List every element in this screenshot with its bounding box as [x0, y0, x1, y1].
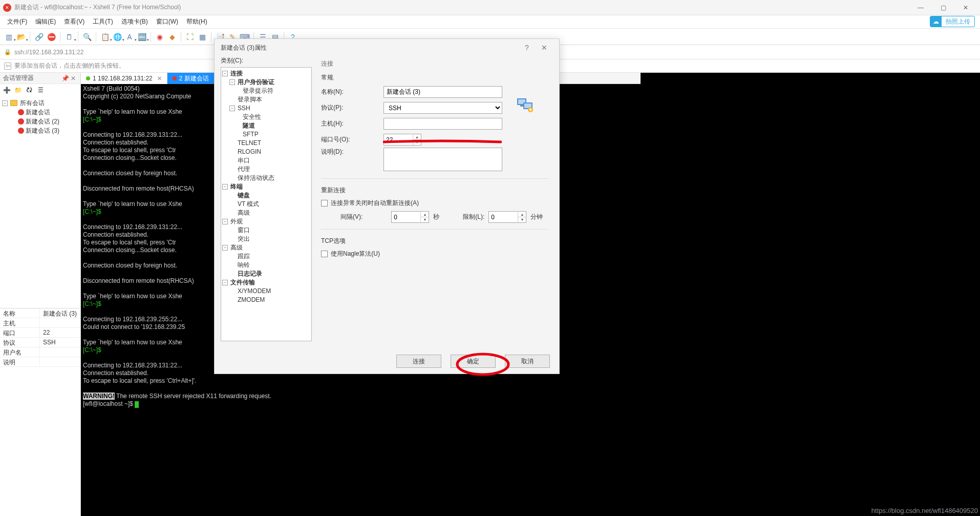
session-new-icon[interactable]: ➕ [2, 86, 11, 95]
tab-2[interactable]: 2 新建会话 [167, 73, 215, 84]
cat-appearance[interactable]: 外观 [229, 217, 243, 226]
dialog-help-icon[interactable]: ? [518, 44, 536, 52]
maximize-button[interactable]: ▢ [932, 1, 954, 15]
cat-terminal[interactable]: 终端 [229, 182, 243, 191]
svg-rect-2 [520, 105, 523, 107]
connect-button[interactable]: 连接 [396, 355, 441, 368]
dialog-close-icon[interactable]: ✕ [536, 44, 553, 52]
interval-spin[interactable]: ▲▼ [391, 211, 429, 223]
auto-reconnect-checkbox[interactable]: 连接异常关闭时自动重新连接(A) [321, 197, 549, 209]
session-icon [18, 128, 24, 134]
host-input[interactable] [384, 118, 502, 130]
close-button[interactable]: ✕ [954, 1, 977, 15]
menu-tabs[interactable]: 选项卡(B) [117, 15, 152, 28]
tree-label: 新建会话 (3) [26, 127, 59, 135]
cancel-button[interactable]: 取消 [505, 355, 550, 368]
cat-connection[interactable]: 连接 [229, 69, 243, 78]
cat-login-script[interactable]: 登录脚本 [237, 95, 262, 104]
tree-session-3[interactable]: 新建会话 (3) [0, 126, 80, 135]
limit-spin[interactable]: ▲▼ [488, 211, 526, 223]
cat-xymodem[interactable]: X/YMODEM [237, 287, 271, 296]
xftp-icon[interactable]: ◆ [166, 31, 178, 43]
desc-textarea[interactable] [384, 148, 502, 171]
prop-port-key: 端口 [0, 328, 40, 337]
tree-root[interactable]: − 所有会话 [0, 98, 80, 108]
open-icon[interactable]: 📂▾ [15, 31, 27, 43]
session-folder-icon[interactable]: 📁 [13, 86, 23, 95]
session-manager-pane: 会话管理器 📌 ✕ ➕ 📁 🗘 ☰ − 所有会话 新建会话 新建会话 (2) 新… [0, 73, 81, 516]
limit-input[interactable] [489, 212, 518, 222]
session-properties: 名称新建会话 (3) 主机 端口22 协议SSH 用户名 说明 [0, 308, 80, 516]
transparent-icon[interactable]: ▦ [197, 31, 208, 43]
add-session-icon[interactable]: ⇦ [4, 63, 11, 70]
cat-advanced-terminal[interactable]: 高级 [237, 209, 250, 217]
cat-filetransfer[interactable]: 文件传输 [229, 278, 255, 287]
menu-edit[interactable]: 编辑(E) [31, 15, 60, 28]
globe-icon[interactable]: 🌐▾ [112, 31, 123, 43]
cat-proxy[interactable]: 代理 [237, 165, 250, 174]
search-icon[interactable]: 🔍 [81, 31, 93, 43]
cat-advanced[interactable]: 高级 [229, 243, 243, 252]
cat-ssh[interactable]: SSH [237, 104, 250, 113]
new-session-icon[interactable]: ▥▾ [3, 31, 14, 43]
menu-window[interactable]: 窗口(W) [152, 15, 182, 28]
font-icon[interactable]: A▾ [124, 31, 135, 43]
tab-1[interactable]: 1 192.168.239.131:22✕ [81, 73, 167, 84]
session-tree: − 所有会话 新建会话 新建会话 (2) 新建会话 (3) [0, 96, 80, 308]
cat-security[interactable]: 安全性 [242, 113, 261, 121]
cat-logging[interactable]: 日志记录 [237, 270, 262, 278]
tree-session-1[interactable]: 新建会话 [0, 108, 80, 117]
copy-icon[interactable]: 📋▾ [99, 31, 111, 43]
cat-serial[interactable]: 串口 [237, 156, 250, 165]
nagle-checkbox[interactable]: 使用Nagle算法(U) [321, 247, 549, 260]
annotation-underline [383, 139, 502, 144]
cat-vtmode[interactable]: VT 模式 [237, 200, 259, 209]
cat-telnet[interactable]: TELNET [237, 139, 261, 148]
menu-help[interactable]: 帮助(H) [182, 15, 211, 28]
close-panel-icon[interactable]: ✕ [69, 75, 77, 82]
cat-sftp[interactable]: SFTP [242, 130, 259, 139]
xagent-icon[interactable]: ◉ [154, 31, 165, 43]
tree-root-label: 所有会话 [20, 99, 45, 108]
cat-keepalive[interactable]: 保持活动状态 [237, 174, 274, 182]
cat-highlight[interactable]: 突出 [237, 235, 250, 243]
reconnect-icon[interactable]: 🔗 [33, 31, 45, 43]
cat-tunnel[interactable]: 隧道 [242, 121, 255, 130]
menu-view[interactable]: 查看(V) [60, 15, 89, 28]
cat-login-prompt[interactable]: 登录提示符 [242, 87, 273, 95]
address-url[interactable]: ssh://192.168.239.131:22 [14, 49, 83, 56]
session-refresh-icon[interactable]: 🗘 [25, 86, 34, 95]
menu-tools[interactable]: 工具(T) [89, 15, 117, 28]
tab-label: 1 192.168.239.131:22 [93, 75, 153, 82]
cat-trace[interactable]: 跟踪 [237, 252, 250, 261]
upload-label: 拍照上传 [942, 17, 974, 26]
session-view-icon[interactable]: ☰ [36, 86, 45, 95]
minimize-button[interactable]: — [909, 1, 932, 15]
upload-button[interactable]: ☁ 拍照上传 [930, 16, 975, 27]
category-tree[interactable]: −连接 −用户身份验证 登录提示符 登录脚本 −SSH 安全性 隧道 SFTP … [221, 67, 312, 341]
interval-input[interactable] [392, 212, 420, 222]
profile-icon[interactable]: 🗒▾ [63, 31, 75, 43]
name-input[interactable] [384, 86, 502, 98]
color-icon[interactable]: 🔤▾ [136, 31, 147, 43]
folder-icon [10, 100, 17, 106]
fullscreen-icon[interactable]: ⛶ [184, 31, 196, 43]
tree-session-2[interactable]: 新建会话 (2) [0, 117, 80, 126]
prop-user-key: 用户名 [0, 347, 40, 357]
cat-keyboard[interactable]: 键盘 [237, 191, 250, 200]
pin-icon[interactable]: 📌 [61, 75, 69, 82]
cat-zmodem[interactable]: ZMODEM [237, 296, 265, 304]
cat-rlogin[interactable]: RLOGIN [237, 148, 261, 156]
cat-auth[interactable]: 用户身份验证 [237, 78, 274, 87]
session-icon [18, 109, 24, 115]
tree-toggle-icon[interactable]: − [2, 100, 8, 106]
tab-close-icon[interactable]: ✕ [157, 75, 162, 82]
dialog-title: 新建会话 (3)属性 [221, 44, 267, 52]
cat-bell[interactable]: 响铃 [237, 261, 250, 270]
prop-proto-key: 协议 [0, 338, 40, 347]
disconnect-icon[interactable]: ⛔ [46, 31, 57, 43]
status-dot-icon [173, 76, 177, 80]
menu-file[interactable]: 文件(F) [3, 15, 31, 28]
protocol-select[interactable]: SSH [384, 102, 502, 114]
cat-window[interactable]: 窗口 [237, 226, 250, 235]
